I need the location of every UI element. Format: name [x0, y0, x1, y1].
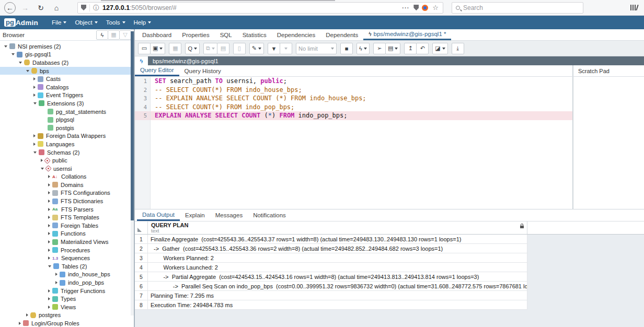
reload-button[interactable]: ↻	[34, 2, 47, 14]
tree-item-collations[interactable]: A↓Collations	[0, 173, 134, 181]
tree-item-usernsi[interactable]: usernsi	[0, 165, 134, 173]
row-number[interactable]: 7	[135, 291, 148, 300]
tree-item-fts-dictionaries[interactable]: FTS Dictionaries	[0, 197, 134, 205]
chevron-right-icon[interactable]	[33, 77, 36, 80]
menu-help[interactable]: Help	[130, 19, 156, 26]
url-bar[interactable]: ⓘ 127.0.0.1:5050/browser/# ··· ☆	[77, 2, 443, 14]
library-icon[interactable]	[630, 5, 640, 10]
tree-item-plpgsql[interactable]: plpgsql	[0, 115, 134, 124]
tree-item-gis-pgsql1[interactable]: gis-pgsql1	[0, 51, 134, 59]
chevron-right-icon[interactable]	[48, 183, 50, 186]
chevron-right-icon[interactable]	[33, 134, 36, 137]
site-info-icon[interactable]: ⓘ	[93, 5, 99, 11]
chevron-right-icon[interactable]	[48, 240, 50, 243]
tab-dependents[interactable]: Dependents	[320, 29, 363, 40]
tree-item-fts-configurations[interactable]: FTS Configurations	[0, 189, 134, 197]
row-number[interactable]: 2	[135, 244, 148, 253]
chevron-down-icon[interactable]	[41, 168, 44, 170]
plan-cell[interactable]: Workers Planned: 2	[148, 253, 527, 263]
paste-button[interactable]: ▤	[217, 43, 229, 54]
tree-item-tables-2[interactable]: Tables (2)	[0, 262, 134, 271]
tree-item-catalogs[interactable]: Catalogs	[0, 83, 134, 91]
filter-button[interactable]: ▼	[268, 43, 280, 54]
tree-item-functions[interactable]: Functions	[0, 230, 134, 238]
chevron-right-icon[interactable]	[33, 94, 36, 97]
row-number[interactable]: 5	[135, 272, 148, 282]
tree-item-indo-pop-bps[interactable]: indo_pop_bps	[0, 278, 134, 287]
tree-item-postgres[interactable]: postgres	[0, 311, 134, 320]
query-plan-column-header[interactable]: QUERY PLAN text	[148, 221, 527, 234]
dashboard-grid-button[interactable]: ▦	[108, 30, 120, 40]
tree-item-views[interactable]: Views	[0, 303, 134, 311]
plan-cell[interactable]: Execution Time: 249484.783 ms	[148, 300, 527, 310]
row-number[interactable]: 8	[135, 300, 148, 310]
back-button[interactable]: ←	[4, 2, 16, 14]
chevron-right-icon[interactable]	[48, 249, 50, 252]
row-number[interactable]: 1	[135, 235, 148, 244]
url-text[interactable]: 127.0.0.1:5050/browser/#	[102, 4, 398, 11]
tree-item-types[interactable]: Types	[0, 295, 134, 303]
extension-badge-icon[interactable]	[422, 5, 428, 11]
plan-cell[interactable]: -> Parallel Seq Scan on indo_pop_bps (co…	[148, 282, 527, 291]
filter-tree-button[interactable]: ▽	[119, 30, 131, 40]
chevron-down-icon[interactable]	[48, 265, 51, 267]
clear-button[interactable]: ◪	[432, 43, 447, 54]
chevron-right-icon[interactable]	[33, 86, 36, 89]
chevron-down-icon[interactable]	[26, 70, 29, 72]
tree-item-login-group-roles[interactable]: Login/Group Roles	[0, 319, 134, 327]
tree-item-foreign-tables[interactable]: Foreign Tables	[0, 221, 134, 230]
download-csv-button[interactable]: ⤓	[452, 43, 464, 54]
tree-item-extensions-3[interactable]: Extensions (3)	[0, 99, 134, 108]
execute-button[interactable]: ϟ	[356, 43, 370, 54]
tree-item-sequences[interactable]: 1.3Sequences	[0, 254, 134, 262]
sql-line-5[interactable]: 5EXPLAIN ANALYSE SELECT COUNT (*) FROM i…	[135, 111, 572, 120]
tree-scrollbar[interactable]	[131, 29, 134, 316]
plan-cell[interactable]: -> Gather (cost=425543.15..425543.36 row…	[148, 244, 527, 253]
explain-button[interactable]: ➢	[373, 43, 386, 54]
tree-scrollbar-thumb[interactable]	[131, 31, 134, 220]
tracking-protection-icon[interactable]	[81, 5, 86, 10]
page-actions-icon[interactable]: ···	[401, 5, 410, 11]
tree-item-nsi-premises-2[interactable]: NSI premises (2)	[0, 42, 134, 51]
tab-sql[interactable]: SQL	[215, 29, 237, 40]
commit-button[interactable]: ↥	[404, 43, 417, 54]
row-number[interactable]: 3	[135, 253, 148, 263]
row-number[interactable]: 4	[135, 263, 148, 272]
menu-object[interactable]: Object	[71, 19, 101, 26]
sql-line-4[interactable]: 4-- SELECT COUNT(*) FROM indo_pop_bps;	[135, 103, 572, 112]
tree-item-pg-stat-statements[interactable]: pg_stat_statements	[0, 108, 134, 116]
extension-shield-icon[interactable]	[413, 5, 419, 10]
plan-cell[interactable]: Workers Launched: 2	[148, 263, 527, 272]
tab-notifications[interactable]: Notifications	[248, 209, 291, 221]
plan-cell[interactable]: Finalize Aggregate (cost=425543.36..4255…	[148, 235, 527, 244]
tab-explain[interactable]: Explain	[180, 209, 210, 221]
scratch-pad[interactable]	[573, 77, 644, 209]
find-button[interactable]: Q	[185, 43, 200, 54]
editor-empty-area[interactable]	[135, 120, 572, 209]
tree-item-casts[interactable]: Casts	[0, 75, 134, 83]
chevron-right-icon[interactable]	[48, 208, 50, 211]
save-button[interactable]: ▣	[150, 43, 165, 54]
menu-file[interactable]: File	[48, 19, 71, 26]
tab-query-editor[interactable]: Query Editor	[135, 65, 179, 76]
tab-data-output[interactable]: Data Output	[137, 209, 180, 221]
tree-item-postgis[interactable]: postgis	[0, 124, 134, 132]
tree-item-indo-house-bps[interactable]: indo_house_bps	[0, 271, 134, 279]
quick-search-button[interactable]: ϟ	[96, 30, 108, 40]
tree-item-materialized-views[interactable]: Materialized Views	[0, 238, 134, 246]
tab-bps-medwinz-gis-pgsql1[interactable]: ϟbps/medwinz@gis-pgsql1 *	[363, 29, 451, 40]
forward-button[interactable]: →	[19, 2, 31, 14]
tree-item-procedures[interactable]: Procedures	[0, 246, 134, 254]
tab-dashboard[interactable]: Dashboard	[137, 29, 177, 40]
tree-item-event-triggers[interactable]: Event Triggers	[0, 91, 134, 100]
tab-statistics[interactable]: Statistics	[237, 29, 272, 40]
chevron-right-icon[interactable]	[26, 313, 28, 317]
chevron-down-icon[interactable]	[33, 151, 37, 154]
chevron-right-icon[interactable]	[33, 143, 36, 146]
chevron-right-icon[interactable]	[55, 273, 58, 276]
chevron-down-icon[interactable]	[12, 53, 15, 55]
tree-item-fts-parsers[interactable]: AaFTS Parsers	[0, 205, 134, 214]
tab-messages[interactable]: Messages	[210, 209, 248, 221]
bookmark-star-icon[interactable]: ☆	[431, 4, 440, 11]
chevron-right-icon[interactable]	[48, 289, 50, 293]
